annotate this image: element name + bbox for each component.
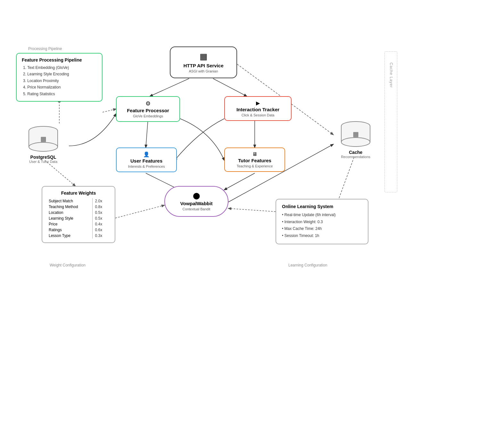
uf-subtitle: Interests & Preferences bbox=[121, 164, 172, 168]
feature-processor-node: ⚙ Feature Processor GloVe Embeddings bbox=[116, 96, 180, 122]
user-icon: 👤 bbox=[121, 151, 172, 157]
pipeline-item-5: 5. Rating Statistics bbox=[23, 91, 97, 97]
vw-subtitle: Contextual Bandit bbox=[171, 207, 222, 211]
ols-item-3: • Session Timeout: 1h bbox=[282, 232, 362, 240]
vw-title: VowpalWabbit bbox=[171, 201, 222, 206]
pipeline-item-2: 2. Learning Style Encoding bbox=[23, 71, 97, 77]
http-title: HTTP API Service bbox=[176, 63, 231, 68]
weight-value-0: 2.0x bbox=[92, 198, 110, 204]
postgresql-cylinder-svg: ▦ bbox=[27, 125, 59, 154]
ols-item-0: • Real-time Update (6h interval) bbox=[282, 212, 362, 219]
http-api-node: ▦ HTTP API Service ASGI with Granian bbox=[170, 46, 237, 78]
learning-config-label: Learning Configuration bbox=[288, 263, 327, 267]
ols-title: Online Learning System bbox=[282, 204, 362, 209]
weight-config-label: Weight Configuration bbox=[50, 263, 86, 267]
tutor-features-node: 🖥 Tutor Features Teaching & Experience bbox=[224, 148, 285, 172]
svg-line-2 bbox=[146, 119, 148, 148]
ols-item-1: • Interaction Weight: 0.3 bbox=[282, 219, 362, 226]
weight-value-5: 0.6x bbox=[92, 227, 110, 233]
table-row: Learning Style 0.5x bbox=[47, 215, 110, 221]
weight-label-0: Subject Match bbox=[47, 198, 92, 204]
weights-table: Subject Match 2.0x Teaching Method 0.8x … bbox=[47, 198, 110, 239]
online-learning-node: Online Learning System • Real-time Updat… bbox=[276, 199, 368, 244]
cache-title: Cache bbox=[333, 150, 378, 155]
table-row: Subject Match 2.0x bbox=[47, 198, 110, 204]
svg-line-5 bbox=[224, 173, 255, 190]
weight-label-5: Ratings bbox=[47, 227, 92, 233]
diagram-container: Cache Layer Processing Pipeline Weight C… bbox=[0, 0, 504, 430]
cache-node: ▦ Cache Recommendations bbox=[333, 120, 378, 159]
weight-label-2: Location bbox=[47, 210, 92, 215]
fp-subtitle: GloVe Embeddings bbox=[121, 114, 175, 118]
weight-label-6: Lesson Type bbox=[47, 233, 92, 239]
weight-value-2: 0.5x bbox=[92, 210, 110, 215]
interaction-tracker-node: ▶ Interaction Tracker Click & Session Da… bbox=[224, 96, 292, 121]
weight-label-3: Learning Style bbox=[47, 215, 92, 221]
svg-line-1 bbox=[213, 79, 247, 96]
pipeline-item-1: 1. Text Embedding (GloVe) bbox=[23, 64, 97, 71]
feature-weights-node: Feature Weights Subject Match 2.0x Teach… bbox=[42, 186, 115, 243]
pg-subtitle: User & Tutor Data bbox=[19, 160, 67, 164]
tutor-icon: 🖥 bbox=[229, 151, 280, 157]
svg-line-0 bbox=[150, 79, 189, 96]
gear-icon: ⚙ bbox=[121, 100, 175, 107]
processing-pipeline-label: Processing Pipeline bbox=[28, 46, 62, 51]
table-row: Location 0.5x bbox=[47, 210, 110, 215]
ols-item-2: • Max Cache Time: 24h bbox=[282, 225, 362, 232]
http-subtitle: ASGI with Granian bbox=[176, 69, 231, 73]
pipeline-title: Feature Processing Pipeline bbox=[22, 57, 97, 63]
svg-point-18 bbox=[29, 142, 58, 151]
svg-line-13 bbox=[228, 208, 276, 212]
weight-label-4: Price bbox=[47, 221, 92, 227]
pg-title: PostgreSQL bbox=[19, 155, 67, 160]
pipeline-item-4: 4. Price Normalization bbox=[23, 84, 97, 90]
svg-line-9 bbox=[103, 109, 116, 112]
ols-list: • Real-time Update (6h interval) • Inter… bbox=[282, 212, 362, 239]
svg-line-7 bbox=[336, 157, 354, 205]
pipeline-item-3: 3. Location Proximity bbox=[23, 78, 97, 84]
table-row: Teaching Method 0.8x bbox=[47, 204, 110, 210]
pipeline-list: 1. Text Embedding (GloVe) 2. Learning St… bbox=[22, 64, 97, 97]
table-row: Ratings 0.6x bbox=[47, 227, 110, 233]
user-features-node: 👤 User Features Interests & Preferences bbox=[116, 148, 177, 172]
svg-text:▦: ▦ bbox=[40, 135, 46, 142]
it-subtitle: Click & Session Data bbox=[229, 113, 286, 117]
it-title: Interaction Tracker bbox=[229, 107, 286, 112]
cursor-icon: ▶ bbox=[229, 100, 286, 106]
weight-value-4: 0.4x bbox=[92, 221, 110, 227]
svg-line-11 bbox=[45, 160, 75, 186]
weight-value-6: 0.3x bbox=[92, 233, 110, 239]
table-row: Lesson Type 0.3x bbox=[47, 233, 110, 239]
postgresql-node: ▦ PostgreSQL User & Tutor Data bbox=[19, 125, 67, 164]
fp-title: Feature Processor bbox=[121, 108, 175, 113]
tf-subtitle: Teaching & Experience bbox=[229, 164, 280, 168]
uf-title: User Features bbox=[121, 158, 172, 164]
svg-point-24 bbox=[341, 138, 370, 147]
weights-title: Feature Weights bbox=[47, 190, 110, 196]
svg-text:▦: ▦ bbox=[353, 131, 359, 138]
pipeline-box: Feature Processing Pipeline 1. Text Embe… bbox=[16, 53, 103, 102]
server-icon: ▦ bbox=[176, 52, 231, 62]
cache-cylinder-svg: ▦ bbox=[340, 120, 372, 149]
vw-icon: ⬤ bbox=[171, 192, 222, 199]
svg-line-12 bbox=[115, 205, 164, 218]
weight-value-3: 0.5x bbox=[92, 215, 110, 221]
cache-subtitle: Recommendations bbox=[333, 155, 378, 159]
tf-title: Tutor Features bbox=[229, 158, 280, 163]
cache-layer-label: Cache Layer bbox=[389, 63, 393, 88]
weight-label-1: Teaching Method bbox=[47, 204, 92, 210]
weight-value-1: 0.8x bbox=[92, 204, 110, 210]
table-row: Price 0.4x bbox=[47, 221, 110, 227]
vowpalwabbit-node: ⬤ VowpalWabbit Contextual Bandit bbox=[164, 186, 228, 217]
